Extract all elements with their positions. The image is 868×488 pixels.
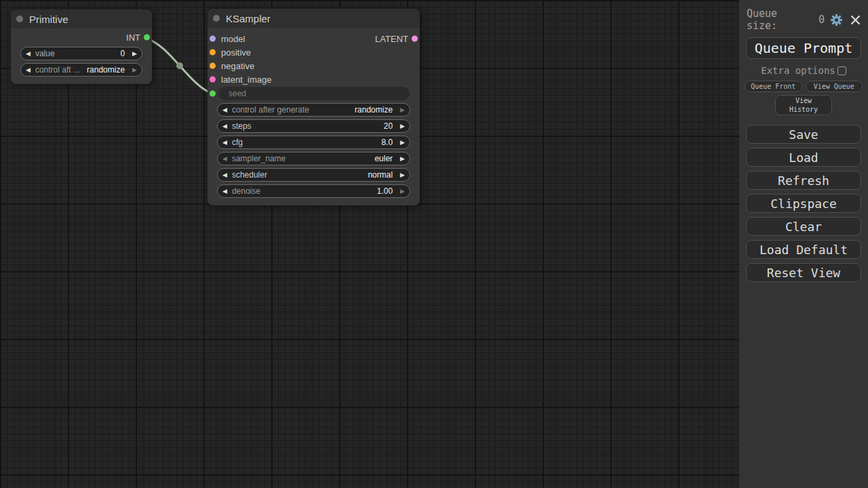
input-slot-model[interactable] bbox=[210, 36, 216, 42]
input-label: negative bbox=[221, 61, 254, 71]
prev-option-arrow-icon[interactable]: ◀ bbox=[26, 67, 31, 73]
decrement-arrow-icon[interactable]: ◀ bbox=[222, 188, 227, 195]
widget-cfg[interactable]: ◀ cfg 8.0 ▶ bbox=[217, 136, 410, 149]
widget-label: scheduler bbox=[232, 170, 368, 180]
queue-actions-row: Queue Front View Queue bbox=[745, 81, 863, 92]
increment-arrow-icon[interactable]: ▶ bbox=[400, 140, 405, 146]
view-history-button[interactable]: View History bbox=[775, 95, 832, 115]
widget-value-text: randomize bbox=[87, 65, 125, 75]
input-row-seed: seed bbox=[208, 87, 420, 100]
clipspace-button[interactable]: Clipspace bbox=[746, 194, 861, 213]
queue-front-button[interactable]: Queue Front bbox=[745, 81, 802, 92]
widget-steps[interactable]: ◀ steps 20 ▶ bbox=[217, 119, 410, 133]
widget-sampler-name[interactable]: ◀ sampler_name euler ▶ bbox=[217, 152, 410, 165]
output-slot-int[interactable] bbox=[144, 35, 150, 41]
prev-option-arrow-icon[interactable]: ◀ bbox=[222, 156, 227, 162]
close-menu-icon[interactable] bbox=[851, 16, 860, 24]
increment-arrow-icon[interactable]: ▶ bbox=[132, 51, 137, 57]
input-slot-positive[interactable] bbox=[210, 49, 216, 56]
widget-value-text: 1.00 bbox=[377, 186, 393, 196]
widget-label: control aft ... bbox=[35, 65, 87, 75]
input-slot-seed[interactable] bbox=[210, 91, 216, 97]
queue-size-header: Queue size: 0 bbox=[739, 0, 868, 32]
widget-value-text: normal bbox=[368, 170, 393, 180]
widget-value[interactable]: ◀ value 0 ▶ bbox=[20, 47, 142, 60]
next-option-arrow-icon[interactable]: ▶ bbox=[400, 156, 405, 162]
collapse-dot-icon[interactable] bbox=[16, 16, 23, 22]
widget-value-text: randomize bbox=[355, 105, 393, 115]
load-default-button[interactable]: Load Default bbox=[746, 240, 861, 259]
widget-label: steps bbox=[232, 121, 384, 131]
output-row-int: INT bbox=[11, 28, 152, 46]
input-label: latent_image bbox=[221, 75, 271, 85]
widget-label: seed bbox=[229, 89, 246, 98]
output-label: INT bbox=[126, 33, 140, 43]
refresh-button[interactable]: Refresh bbox=[746, 171, 861, 190]
widget-scheduler[interactable]: ◀ scheduler normal ▶ bbox=[217, 168, 410, 182]
widget-value-text: 0 bbox=[120, 49, 125, 58]
extra-options-row: Extra options bbox=[739, 65, 868, 76]
input-slot-latent-image[interactable] bbox=[210, 77, 216, 83]
input-row-latent-image: latent_image bbox=[208, 73, 420, 86]
widget-control-after-generate[interactable]: ◀ control aft ... randomize ▶ bbox=[20, 63, 142, 77]
settings-gear-icon[interactable] bbox=[830, 14, 843, 26]
menu-buttons: Save Load Refresh Clipspace Clear Load D… bbox=[746, 125, 861, 282]
node-primitive[interactable]: Primitive INT ◀ value 0 ▶ ◀ control aft … bbox=[11, 9, 152, 84]
output-slot-latent[interactable] bbox=[412, 36, 418, 42]
clear-button[interactable]: Clear bbox=[746, 217, 861, 236]
queue-prompt-button[interactable]: Queue Prompt bbox=[746, 37, 861, 59]
widget-value-text: 20 bbox=[384, 121, 393, 131]
seed-widget-disabled: seed bbox=[218, 87, 410, 100]
widget-label: cfg bbox=[232, 138, 381, 147]
reset-view-button[interactable]: Reset View bbox=[746, 263, 861, 282]
prev-option-arrow-icon[interactable]: ◀ bbox=[222, 172, 227, 178]
widget-value-text: 8.0 bbox=[381, 138, 393, 147]
next-option-arrow-icon[interactable]: ▶ bbox=[400, 107, 405, 113]
view-history-line2: History bbox=[789, 105, 818, 115]
decrement-arrow-icon[interactable]: ◀ bbox=[222, 140, 227, 146]
next-option-arrow-icon[interactable]: ▶ bbox=[132, 67, 137, 73]
queue-size-value: 0 bbox=[818, 14, 825, 26]
node-title: KSampler bbox=[226, 13, 271, 24]
input-row-model: model LATENT bbox=[208, 32, 420, 45]
output-label: LATENT bbox=[375, 34, 408, 44]
widget-denoise[interactable]: ◀ denoise 1.00 ▶ bbox=[217, 184, 410, 198]
extra-options-label: Extra options bbox=[761, 65, 835, 76]
node-ksampler[interactable]: KSampler model LATENT positive negative bbox=[208, 9, 420, 205]
widget-label: control after generate bbox=[232, 105, 355, 115]
node-graph-canvas[interactable]: Primitive INT ◀ value 0 ▶ ◀ control aft … bbox=[0, 0, 868, 488]
input-label: positive bbox=[221, 47, 251, 58]
widget-label: value bbox=[35, 49, 120, 58]
queue-size-label: Queue size: bbox=[747, 7, 812, 32]
next-option-arrow-icon[interactable]: ▶ bbox=[400, 172, 405, 178]
link-midpoint-dot[interactable] bbox=[176, 62, 183, 69]
save-button[interactable]: Save bbox=[746, 125, 861, 144]
input-row-negative: negative bbox=[208, 59, 420, 73]
node-title: Primitive bbox=[29, 14, 68, 25]
widget-label: sampler_name bbox=[232, 154, 374, 163]
load-button[interactable]: Load bbox=[746, 148, 861, 167]
input-label: model bbox=[221, 34, 245, 44]
view-queue-button[interactable]: View Queue bbox=[806, 81, 863, 92]
input-row-positive: positive bbox=[208, 45, 420, 59]
increment-arrow-icon[interactable]: ▶ bbox=[400, 123, 405, 129]
collapse-dot-icon[interactable] bbox=[213, 15, 220, 22]
increment-arrow-icon[interactable]: ▶ bbox=[400, 188, 405, 195]
widget-value-text: euler bbox=[374, 154, 393, 163]
prev-option-arrow-icon[interactable]: ◀ bbox=[222, 107, 227, 113]
node-ksampler-titlebar[interactable]: KSampler bbox=[208, 9, 420, 28]
extra-options-checkbox[interactable] bbox=[837, 66, 846, 75]
decrement-arrow-icon[interactable]: ◀ bbox=[26, 51, 31, 57]
input-slot-negative[interactable] bbox=[210, 63, 216, 69]
view-history-line1: View bbox=[795, 96, 812, 106]
decrement-arrow-icon[interactable]: ◀ bbox=[222, 123, 227, 129]
widget-label: denoise bbox=[232, 186, 377, 196]
menu-panel: Queue size: 0 Queue Prompt Extra options bbox=[739, 0, 868, 488]
node-primitive-titlebar[interactable]: Primitive bbox=[11, 9, 152, 28]
widget-control-after-generate[interactable]: ◀ control after generate randomize ▶ bbox=[217, 103, 410, 117]
